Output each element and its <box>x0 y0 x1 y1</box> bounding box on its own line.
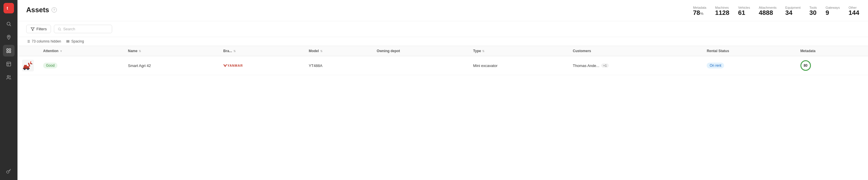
sidebar-item-assets[interactable] <box>3 45 14 57</box>
customers-cell: Thomas Ande... +1 <box>573 63 698 68</box>
type-value: Mini excavator <box>473 63 497 68</box>
attention-badge: Good <box>43 63 57 68</box>
svg-point-29 <box>27 68 29 70</box>
cell-brand: YANMAR <box>219 56 304 75</box>
search-box[interactable] <box>54 25 112 33</box>
svg-point-28 <box>24 68 26 70</box>
columns-bar: 73 columns hidden Spacing <box>18 37 868 46</box>
svg-rect-27 <box>31 63 32 64</box>
columns-icon <box>26 39 30 43</box>
toolbar: Filters <box>18 21 868 37</box>
svg-marker-13 <box>31 27 34 31</box>
th-customers-label: Customers <box>573 49 591 53</box>
svg-rect-5 <box>9 49 11 50</box>
th-customers: Customers <box>568 46 702 56</box>
columns-hidden-label: 73 columns hidden <box>32 39 61 43</box>
help-icon[interactable]: ? <box>52 7 57 12</box>
yanmar-chevron-icon <box>223 64 227 67</box>
stat-value: 30 <box>809 9 816 16</box>
filter-button[interactable]: Filters <box>26 25 51 33</box>
spacing-icon <box>66 39 70 43</box>
th-owning-depot: Owning depot <box>372 46 468 56</box>
cell-type: Mini excavator <box>468 56 568 75</box>
model-value: YT488A <box>309 63 322 68</box>
stat-item-machines: Machines1128 <box>715 6 730 16</box>
stat-value: 78% <box>693 9 704 16</box>
search-icon <box>58 27 61 31</box>
svg-rect-7 <box>9 51 11 53</box>
table-container: Attention ▼ Name ⇅ Bra... ⇅ <box>18 46 868 180</box>
svg-rect-4 <box>7 49 8 50</box>
th-model-label: Model <box>309 49 319 53</box>
stat-value: 4888 <box>759 9 773 16</box>
svg-point-1 <box>7 22 10 25</box>
attention-sort-icon: ▼ <box>60 50 63 53</box>
th-brand-label: Bra... <box>223 49 232 53</box>
filter-label: Filters <box>36 27 46 31</box>
sidebar-item-users[interactable] <box>3 72 14 83</box>
stats-bar: Metadata78%Machines1128Vehicles61Attachm… <box>693 6 859 16</box>
stat-item-metadata: Metadata78% <box>693 6 706 16</box>
th-name-label: Name <box>128 49 137 53</box>
cell-name: Smart Agri 42 <box>123 56 218 75</box>
spacing-button[interactable]: Spacing <box>66 39 84 43</box>
svg-point-3 <box>8 36 9 37</box>
model-sort-icon: ⇅ <box>320 50 322 53</box>
columns-hidden-button[interactable]: 73 columns hidden <box>26 39 61 43</box>
asset-name: Smart Agri 42 <box>128 63 151 68</box>
stat-item-gateways: Gateways9 <box>826 6 840 16</box>
th-model[interactable]: Model ⇅ <box>304 46 372 56</box>
sidebar-item-search[interactable] <box>3 18 14 30</box>
metadata-circle: 80 <box>800 60 811 71</box>
stat-item-other: Other144 <box>848 6 859 16</box>
stat-item-tools: Tools30 <box>809 6 817 16</box>
assets-table: Attention ▼ Name ⇅ Bra... ⇅ <box>18 46 868 75</box>
sidebar-item-location[interactable] <box>3 31 14 43</box>
cell-model: YT488A <box>304 56 372 75</box>
cell-attention: Good <box>38 56 123 75</box>
sidebar-item-key[interactable] <box>3 166 14 177</box>
svg-rect-6 <box>7 51 8 53</box>
svg-rect-24 <box>24 65 27 67</box>
sidebar-item-board[interactable] <box>3 58 14 70</box>
type-sort-icon: ⇅ <box>482 50 485 53</box>
th-metadata: Metadata <box>796 46 868 56</box>
stat-value: 34 <box>785 9 792 16</box>
cell-customers: Thomas Ande... +1 <box>568 56 702 75</box>
sidebar: t <box>0 0 18 180</box>
th-name[interactable]: Name ⇅ <box>123 46 218 56</box>
th-rental-status: Rental Status <box>702 46 796 56</box>
svg-line-2 <box>10 25 11 26</box>
svg-point-14 <box>58 28 60 30</box>
stat-value: 61 <box>738 9 745 16</box>
sidebar-logo[interactable]: t <box>3 3 14 13</box>
main-content: Assets ? Metadata78%Machines1128Vehicles… <box>18 0 868 180</box>
svg-text:t: t <box>7 6 8 10</box>
svg-point-11 <box>7 76 9 77</box>
search-input[interactable] <box>63 27 108 31</box>
header: Assets ? Metadata78%Machines1128Vehicles… <box>18 0 868 21</box>
svg-point-12 <box>7 171 9 173</box>
name-sort-icon: ⇅ <box>138 50 141 53</box>
brand-name: YANMAR <box>227 64 243 67</box>
customer-name: Thomas Ande... <box>573 63 599 68</box>
stat-item-equipment: Equipment34 <box>785 6 801 16</box>
th-type[interactable]: Type ⇅ <box>468 46 568 56</box>
brand-sort-icon: ⇅ <box>233 50 236 53</box>
th-metadata-label: Metadata <box>800 49 815 53</box>
stat-value: 144 <box>848 9 859 16</box>
table-header-row: Attention ▼ Name ⇅ Bra... ⇅ <box>18 46 868 56</box>
asset-thumbnail <box>22 60 34 71</box>
th-image <box>18 46 38 56</box>
cell-owning-depot <box>372 56 468 75</box>
th-owning-depot-label: Owning depot <box>377 49 400 53</box>
th-type-label: Type <box>473 49 481 53</box>
metadata-value: 80 <box>804 63 807 67</box>
table-row[interactable]: Good Smart Agri 42 YANMAR <box>18 56 868 75</box>
cell-metadata: 80 <box>796 56 868 75</box>
customer-extra-badge: +1 <box>601 63 609 67</box>
th-attention[interactable]: Attention ▼ <box>38 46 123 56</box>
stat-item-vehicles: Vehicles61 <box>738 6 750 16</box>
stat-unit: % <box>700 11 704 16</box>
th-brand[interactable]: Bra... ⇅ <box>219 46 304 56</box>
